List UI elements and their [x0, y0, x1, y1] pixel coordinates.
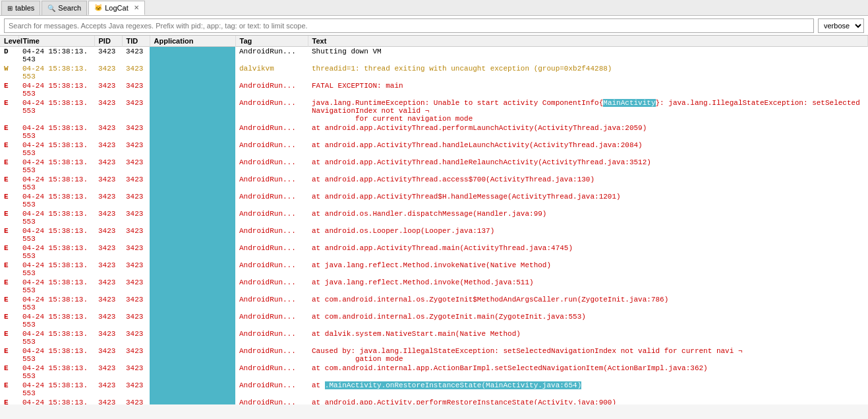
cell-tag: AndroidRun...	[235, 226, 308, 243]
cell-text: at com.android.internal.os.ZygoteInit.ma…	[308, 312, 868, 329]
cell-text: at .MainActivity.onRestoreInstanceState(…	[308, 381, 868, 398]
cell-app	[150, 175, 235, 192]
cell-tid: 3423	[122, 158, 150, 175]
cell-time: 04-24 15:38:13.553	[18, 226, 94, 243]
cell-app	[150, 364, 235, 381]
tab-logcat-label: LogCat	[105, 4, 128, 12]
cell-app	[150, 398, 235, 404]
tables-icon: ⊞	[7, 5, 13, 12]
cell-time: 04-24 15:38:13.553	[18, 243, 94, 261]
cell-text: at java.lang.reflect.Method.invoke(Metho…	[308, 278, 868, 295]
cell-tid: 3423	[122, 209, 150, 226]
cell-time: 04-24 15:38:13.553	[18, 329, 94, 346]
cell-tid: 3423	[122, 346, 150, 364]
tab-tables[interactable]: ⊞ tables	[1, 1, 40, 15]
verbose-select[interactable]: verbose debug info warn error assert	[818, 18, 864, 33]
cell-level: E	[0, 158, 18, 175]
cell-tag: AndroidRun...	[235, 278, 308, 295]
column-header-row: Level Time PID TID Application Tag Text	[0, 36, 868, 47]
table-row: E04-24 15:38:13.55334233423AndroidRun...…	[0, 329, 868, 346]
cell-tag: AndroidRun...	[235, 47, 308, 65]
cell-tag: AndroidRun...	[235, 175, 308, 192]
cell-app	[150, 98, 235, 123]
cell-tid: 3423	[122, 175, 150, 192]
cell-tid: 3423	[122, 123, 150, 141]
cell-app	[150, 141, 235, 158]
cell-app	[150, 346, 235, 364]
table-row: E04-24 15:38:13.55334233423AndroidRun...…	[0, 295, 868, 312]
cell-text: at dalvik.system.NativeStart.main(Native…	[308, 329, 868, 346]
table-row: W04-24 15:38:13.55334233423dalvikvmthrea…	[0, 64, 868, 81]
cell-time: 04-24 15:38:13.553	[18, 364, 94, 381]
cell-text: at android.app.Activity.performRestoreIn…	[308, 398, 868, 404]
cell-app	[150, 261, 235, 278]
cell-time: 04-24 15:38:13.553	[18, 141, 94, 158]
cell-level: E	[0, 175, 18, 192]
table-row: E04-24 15:38:13.55334233423AndroidRun...…	[0, 243, 868, 261]
cell-tid: 3423	[122, 81, 150, 98]
cell-app	[150, 158, 235, 175]
cell-tag: AndroidRun...	[235, 98, 308, 123]
cell-app	[150, 278, 235, 295]
cell-tag: AndroidRun...	[235, 381, 308, 398]
cell-pid: 3423	[94, 141, 122, 158]
cell-tid: 3423	[122, 47, 150, 65]
cell-app	[150, 123, 235, 141]
cell-app	[150, 243, 235, 261]
tab-search[interactable]: 🔍 Search	[42, 1, 87, 15]
log-container[interactable]: Level Time PID TID Application Tag Text …	[0, 36, 868, 404]
cell-pid: 3423	[94, 381, 122, 398]
tab-logcat-close[interactable]: ✕	[134, 4, 139, 11]
cell-text: at com.android.internal.app.ActionBarImp…	[308, 364, 868, 381]
cell-text: at java.lang.reflect.Method.invokeNative…	[308, 261, 868, 278]
cell-time: 04-24 15:38:13.553	[18, 192, 94, 209]
cell-time: 04-24 15:38:13.553	[18, 295, 94, 312]
cell-time: 04-24 15:38:13.553	[18, 98, 94, 123]
logcat-icon: 🐱	[94, 4, 102, 11]
cell-text: at android.app.ActivityThread$H.handleMe…	[308, 192, 868, 209]
col-header-pid: PID	[94, 36, 122, 47]
cell-pid: 3423	[94, 346, 122, 364]
table-row: E04-24 15:38:13.55334233423AndroidRun...…	[0, 81, 868, 98]
col-header-text: Text	[308, 36, 868, 47]
cell-app	[150, 81, 235, 98]
table-row: E04-24 15:38:13.55334233423AndroidRun...…	[0, 175, 868, 192]
cell-tid: 3423	[122, 141, 150, 158]
cell-pid: 3423	[94, 329, 122, 346]
cell-time: 04-24 15:38:13.553	[18, 381, 94, 398]
tab-search-label: Search	[58, 4, 81, 12]
cell-tid: 3423	[122, 226, 150, 243]
cell-tag: AndroidRun...	[235, 141, 308, 158]
cell-text: at com.android.internal.os.ZygoteInit$Me…	[308, 295, 868, 312]
cell-tid: 3423	[122, 329, 150, 346]
cell-time: 04-24 15:38:13.553	[18, 175, 94, 192]
cell-app	[150, 209, 235, 226]
cell-time: 04-24 15:38:13.553	[18, 123, 94, 141]
cell-text: java.lang.RuntimeException: Unable to st…	[308, 98, 868, 123]
cell-pid: 3423	[94, 158, 122, 175]
tab-logcat[interactable]: 🐱 LogCat ✕	[88, 1, 144, 15]
table-row: D04-24 15:38:13.54334233423AndroidRun...…	[0, 47, 868, 65]
cell-tid: 3423	[122, 381, 150, 398]
table-row: E04-24 15:38:13.55334233423AndroidRun...…	[0, 381, 868, 398]
cell-level: E	[0, 329, 18, 346]
cell-text: at android.app.ActivityThread.handleLaun…	[308, 141, 868, 158]
cell-tag: AndroidRun...	[235, 364, 308, 381]
cell-text: threadid=1: thread exiting with uncaught…	[308, 64, 868, 81]
cell-tag: AndroidRun...	[235, 158, 308, 175]
col-header-tid: TID	[122, 36, 150, 47]
cell-level: E	[0, 346, 18, 364]
table-row: E04-24 15:38:13.55334233423AndroidRun...…	[0, 141, 868, 158]
cell-pid: 3423	[94, 175, 122, 192]
cell-app	[150, 295, 235, 312]
table-row: E04-24 15:38:13.55334233423AndroidRun...…	[0, 192, 868, 209]
cell-time: 04-24 15:38:13.553	[18, 158, 94, 175]
cell-pid: 3423	[94, 243, 122, 261]
cell-tag: AndroidRun...	[235, 295, 308, 312]
search-input[interactable]	[4, 18, 814, 33]
cell-text: at android.os.Looper.loop(Looper.java:13…	[308, 226, 868, 243]
cell-time: 04-24 15:38:13.553	[18, 81, 94, 98]
cell-pid: 3423	[94, 209, 122, 226]
cell-level: E	[0, 98, 18, 123]
col-header-tag: Tag	[235, 36, 308, 47]
